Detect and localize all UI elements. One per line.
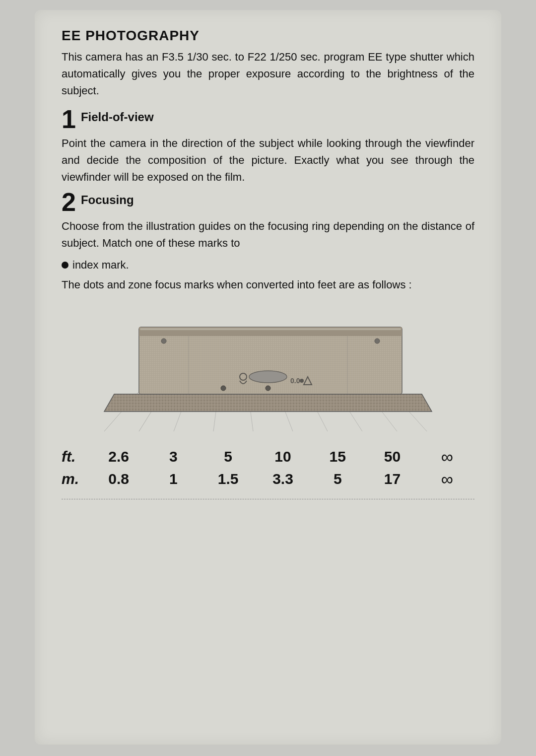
m-val-6: 17 <box>365 471 419 487</box>
camera-illustration: 0.0 <box>99 307 437 438</box>
ft-val-5: 15 <box>310 448 365 465</box>
ft-val-6: 50 <box>365 448 419 465</box>
section1-number: 1 <box>62 106 76 132</box>
intro-paragraph: This camera has an F3.5 1/30 sec. to F22… <box>62 49 474 99</box>
ft-val-inf: ∞ <box>420 447 474 467</box>
section2-body2: The dots and zone focus marks when conve… <box>62 276 474 293</box>
focus-distance-table: ft. 2.6 3 5 10 15 50 ∞ m. 0.8 1 1.5 3.3 … <box>62 447 474 489</box>
page-title: EE PHOTOGRAPHY <box>62 28 474 44</box>
ft-label: ft. <box>62 448 91 465</box>
svg-rect-29 <box>139 336 402 394</box>
m-row: m. 0.8 1 1.5 3.3 5 17 ∞ <box>62 470 474 489</box>
m-val-5: 5 <box>310 471 365 487</box>
section2-body1: Choose from the illustration guides on t… <box>62 218 474 252</box>
section2-header: 2 Focusing <box>62 191 474 215</box>
bottom-divider <box>62 499 474 499</box>
section1-body: Point the camera in the direction of the… <box>62 135 474 186</box>
m-label: m. <box>62 471 91 487</box>
m-val-3: 1.5 <box>201 471 256 487</box>
ft-val-3: 5 <box>201 448 256 465</box>
m-val-4: 3.3 <box>256 471 310 487</box>
page: EE PHOTOGRAPHY This camera has an F3.5 1… <box>35 10 501 745</box>
ft-row: ft. 2.6 3 5 10 15 50 ∞ <box>62 447 474 467</box>
ft-val-4: 10 <box>256 448 310 465</box>
ft-val-2: 3 <box>146 448 201 465</box>
m-val-inf: ∞ <box>420 470 474 489</box>
section1-title: Field-of-view <box>81 110 154 124</box>
m-val-2: 1 <box>146 471 201 487</box>
svg-marker-17 <box>104 394 432 412</box>
section2-bullet: index mark. <box>62 257 474 274</box>
section2-title: Focusing <box>81 193 134 207</box>
svg-rect-32 <box>140 328 401 330</box>
section2-number: 2 <box>62 189 76 215</box>
section1-header: 1 Field-of-view <box>62 108 474 132</box>
m-val-1: 0.8 <box>91 471 146 487</box>
bullet-dot-icon <box>62 262 68 269</box>
ft-val-1: 2.6 <box>91 448 146 465</box>
camera-svg: 0.0 <box>99 307 437 438</box>
